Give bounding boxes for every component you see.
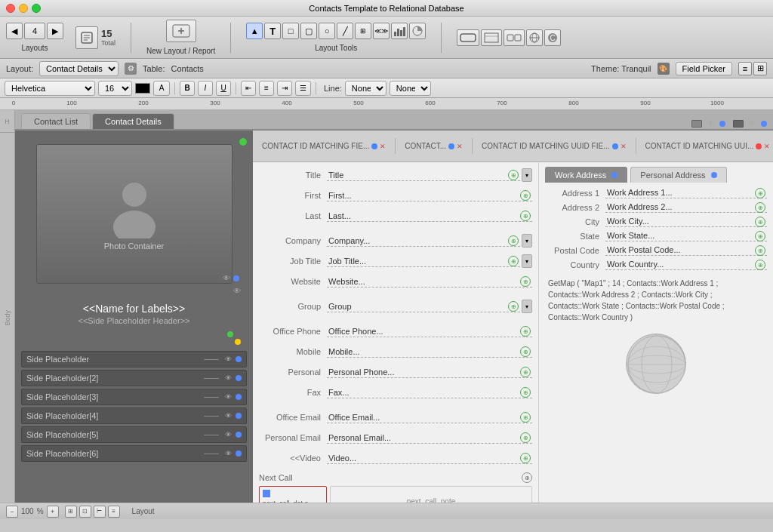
office-email-input[interactable]: [327, 412, 532, 423]
state-icon[interactable]: ⊕: [755, 231, 765, 241]
tab-eye-btn-2[interactable]: 👁: [749, 119, 756, 128]
new-layout-btn[interactable]: [166, 20, 196, 42]
side-item-4[interactable]: Side Placeholder[5] 👁: [21, 426, 247, 443]
job-title-icon[interactable]: ⊕: [508, 256, 519, 266]
next-call-date-field[interactable]: next_call_dat e......: [259, 486, 327, 503]
canvas-eye-icon[interactable]: 👁: [233, 287, 241, 295]
layout-settings-btn[interactable]: ⚙: [125, 63, 137, 75]
ctab-1[interactable]: CONTACT ID MATCHING FIE... ✕: [253, 138, 396, 154]
close-button[interactable]: [6, 4, 15, 13]
chart-bar-tool[interactable]: [391, 23, 408, 39]
next-call-icon[interactable]: ⊕: [522, 472, 532, 483]
zoom-out-btn[interactable]: −: [6, 506, 18, 518]
job-title-dropdown[interactable]: ▾: [522, 254, 532, 268]
addr1-icon[interactable]: ⊕: [755, 188, 765, 198]
view-icon-btn[interactable]: ⊞: [753, 62, 767, 75]
title-dropdown[interactable]: ▾: [522, 168, 532, 182]
tab-eye-btn[interactable]: 👁: [707, 119, 715, 128]
side-item-0[interactable]: Side Placeholder 👁: [21, 351, 247, 367]
align-right-btn[interactable]: ⇥: [277, 81, 292, 96]
status-icon-4[interactable]: ≡: [108, 506, 120, 518]
video-input[interactable]: [327, 453, 532, 464]
country-input[interactable]: [605, 259, 767, 270]
first-icon[interactable]: ⊕: [520, 190, 531, 201]
city-input[interactable]: [605, 216, 767, 227]
prev-layout-btn[interactable]: ◀: [6, 23, 23, 39]
minimize-button[interactable]: [19, 4, 28, 13]
country-icon[interactable]: ⊕: [755, 260, 765, 270]
group-icon[interactable]: ⊕: [508, 301, 519, 312]
state-input[interactable]: [605, 230, 767, 241]
video-icon[interactable]: ⊕: [520, 453, 531, 463]
text-color-btn[interactable]: A: [153, 81, 170, 96]
button-tool[interactable]: [457, 29, 479, 46]
ctab-3[interactable]: CONTACT ID MATCHING UUID FIE... ✕: [473, 138, 636, 154]
underline-btn[interactable]: U: [216, 81, 231, 96]
personal-address-tab[interactable]: Personal Address: [630, 167, 726, 183]
side-eye-1[interactable]: 👁: [225, 374, 232, 382]
mobile-input[interactable]: [327, 346, 532, 358]
field-picker-btn[interactable]: Field Picker: [676, 62, 732, 75]
website-input[interactable]: [327, 276, 532, 288]
portal-tool[interactable]: [481, 29, 502, 46]
view-list-btn[interactable]: ≡: [738, 62, 752, 75]
contact-details-tab[interactable]: Contact Details: [92, 113, 174, 129]
status-icon-1[interactable]: ⊞: [65, 506, 77, 518]
side-eye-2[interactable]: 👁: [225, 393, 232, 401]
website-icon[interactable]: ⊕: [520, 276, 531, 287]
line-tool[interactable]: ╱: [337, 23, 353, 39]
addr2-input[interactable]: [605, 201, 767, 213]
mobile-icon[interactable]: ⊕: [520, 346, 531, 357]
company-icon[interactable]: ⊕: [508, 235, 519, 246]
merge-field-tool[interactable]: ≪≫: [373, 23, 390, 39]
status-icon-2[interactable]: ⊡: [79, 506, 91, 518]
personal-input[interactable]: [327, 367, 532, 378]
side-item-3[interactable]: Side Placeholder[4] 👁: [21, 407, 247, 424]
group-input[interactable]: [327, 301, 520, 312]
postal-input[interactable]: [605, 244, 767, 256]
side-eye-0[interactable]: 👁: [225, 355, 232, 363]
last-input[interactable]: [327, 211, 532, 222]
status-icon-3[interactable]: ⊢: [94, 506, 106, 518]
job-title-input[interactable]: [327, 256, 520, 267]
fill-select[interactable]: None: [390, 81, 431, 96]
office-phone-input[interactable]: [327, 326, 532, 337]
title-input[interactable]: [327, 170, 520, 181]
fax-icon[interactable]: ⊕: [520, 387, 531, 398]
postal-icon[interactable]: ⊕: [755, 245, 765, 256]
zoom-in-btn[interactable]: +: [47, 506, 59, 518]
nav-tool[interactable]: [504, 29, 525, 46]
side-item-1[interactable]: Side Placeholder[2] 👁: [21, 370, 247, 386]
fax-input[interactable]: [327, 387, 532, 398]
contact-list-tab[interactable]: Contact List: [21, 113, 91, 129]
field-tool[interactable]: ⊞: [355, 23, 371, 39]
ctab-2[interactable]: CONTACT... ✕: [396, 138, 473, 154]
field-ctrl-tool[interactable]: C: [544, 29, 561, 46]
photo-eye-icon[interactable]: 👁: [223, 274, 230, 282]
align-justify-btn[interactable]: ☰: [295, 81, 311, 96]
side-item-2[interactable]: Side Placeholder[3] 👁: [21, 389, 247, 405]
personal-email-icon[interactable]: ⊕: [520, 432, 531, 443]
chart-pie-tool[interactable]: [409, 23, 426, 39]
side-eye-3[interactable]: 👁: [225, 412, 232, 420]
city-icon[interactable]: ⊕: [755, 217, 765, 227]
side-item-5[interactable]: Side Placeholder[6] 👁: [21, 445, 247, 462]
personal-icon[interactable]: ⊕: [520, 367, 531, 377]
ctab-4[interactable]: CONTACT ID MATCHING UUI... ✕: [636, 138, 773, 154]
photo-area[interactable]: Photo Container: [36, 144, 233, 284]
italic-btn[interactable]: I: [198, 81, 213, 96]
office-phone-icon[interactable]: ⊕: [520, 326, 531, 337]
line-select[interactable]: None: [345, 81, 386, 96]
web-tool[interactable]: [526, 29, 543, 46]
bold-btn[interactable]: B: [180, 81, 195, 96]
work-address-tab[interactable]: Work Address: [545, 167, 627, 183]
oval-tool[interactable]: ○: [319, 23, 335, 39]
first-input[interactable]: [327, 190, 532, 201]
align-left-btn[interactable]: ⇤: [241, 81, 256, 96]
office-email-icon[interactable]: ⊕: [520, 412, 531, 423]
addr2-icon[interactable]: ⊕: [755, 202, 765, 213]
pointer-tool[interactable]: ▲: [246, 23, 263, 39]
next-layout-btn[interactable]: ▶: [47, 23, 63, 39]
addr1-input[interactable]: [605, 187, 767, 198]
last-icon[interactable]: ⊕: [520, 211, 531, 221]
